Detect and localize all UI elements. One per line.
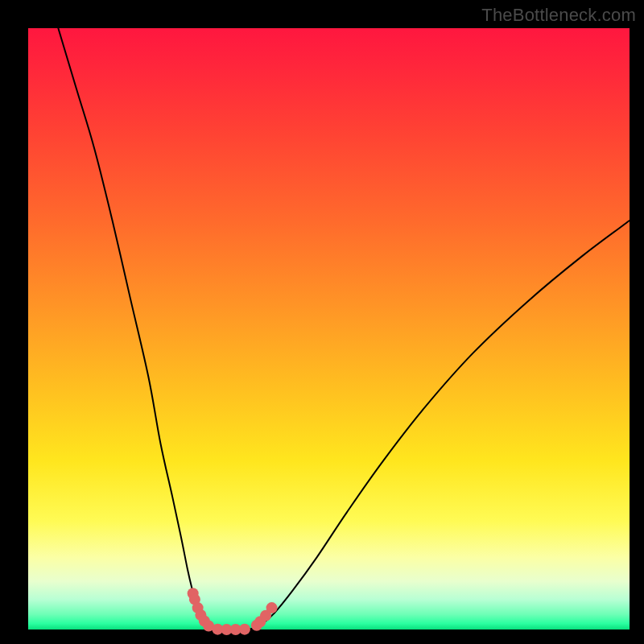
plot-area	[28, 28, 630, 630]
curve-marker	[266, 602, 278, 613]
curve-svg	[28, 28, 630, 630]
chart-frame: TheBottleneck.com	[0, 0, 644, 644]
bottleneck-curve-path	[58, 28, 630, 630]
bottleneck-curves	[58, 28, 630, 630]
curve-marker	[239, 624, 250, 635]
curve-markers	[188, 588, 278, 635]
watermark-label: TheBottleneck.com	[481, 5, 636, 26]
